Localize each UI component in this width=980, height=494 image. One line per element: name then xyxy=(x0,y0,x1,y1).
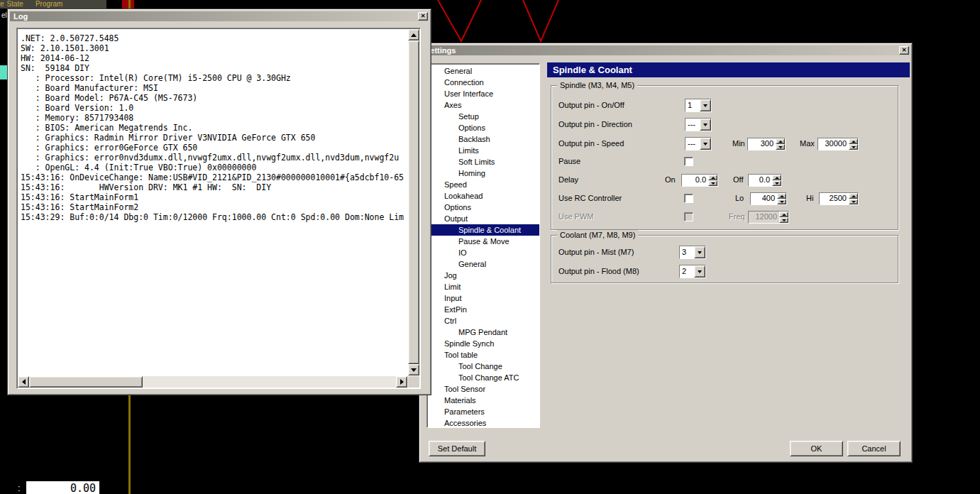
tree-item[interactable]: Tool Sensor xyxy=(427,383,539,395)
mist-combo[interactable]: 3 xyxy=(679,246,706,259)
tree-item[interactable]: IO xyxy=(427,247,539,258)
scroll-down-icon[interactable] xyxy=(408,364,419,375)
spin-down-icon[interactable] xyxy=(849,199,858,204)
spin-up-icon[interactable] xyxy=(776,138,785,144)
hi-label: Hi xyxy=(806,192,813,205)
log-line: : Graphics: error0GeForce GTX 650 xyxy=(21,143,407,153)
menu-item[interactable]: e xyxy=(0,0,4,9)
tree-item[interactable]: User Interface xyxy=(427,88,539,99)
spindle-group: Spindle (M3, M4, M5) Output pin - On/Off… xyxy=(551,85,898,230)
spin-up-icon[interactable] xyxy=(849,193,858,199)
spin-up-icon[interactable] xyxy=(777,193,786,199)
menu-item[interactable]: Program xyxy=(35,0,62,9)
spin-down-icon xyxy=(779,217,788,223)
tree-item[interactable]: Axes xyxy=(427,99,539,111)
flood-label: Output pin - Flood (M8) xyxy=(558,265,639,278)
delay-on-spinner[interactable]: 0.0 xyxy=(681,174,718,187)
direction-combo[interactable]: --- xyxy=(685,118,712,131)
tree-item[interactable]: Pause & Move xyxy=(427,236,539,247)
dro-display: 0.00 xyxy=(26,481,99,494)
min-spinner[interactable]: 300 xyxy=(747,138,786,150)
ok-button[interactable]: OK xyxy=(790,441,843,456)
max-spinner[interactable]: 30000 xyxy=(817,138,859,150)
tree-item[interactable]: Tool Change ATC xyxy=(427,372,539,383)
tree-item[interactable]: Ctrl xyxy=(427,315,539,326)
lo-value: 400 xyxy=(751,193,777,204)
tree-item[interactable]: Accessories xyxy=(427,417,539,428)
tree-item[interactable]: Connection xyxy=(427,77,539,88)
vertical-scroll-thumb[interactable] xyxy=(408,40,419,364)
freq-label: Freq xyxy=(729,210,745,224)
toolpath-lines xyxy=(419,0,568,43)
cancel-button[interactable]: Cancel xyxy=(847,441,901,456)
onoff-combo[interactable]: 1 xyxy=(685,99,712,112)
tree-item[interactable]: Options xyxy=(427,202,539,213)
tree-item[interactable]: Setup xyxy=(427,111,539,122)
tree-item[interactable]: Lookahead xyxy=(427,190,539,202)
tree-item[interactable]: General xyxy=(427,258,539,270)
flood-combo[interactable]: 2 xyxy=(679,265,706,278)
tree-item[interactable]: Parameters xyxy=(427,406,539,417)
chevron-down-icon[interactable] xyxy=(700,138,711,150)
horizontal-scroll-thumb[interactable] xyxy=(29,376,143,388)
settings-nav-tree: GeneralConnectionUser InterfaceAxesSetup… xyxy=(426,63,540,428)
onoff-combo-value: 1 xyxy=(686,99,700,111)
spin-down-icon[interactable] xyxy=(708,180,717,186)
spin-up-icon[interactable] xyxy=(849,138,858,144)
rc-checkbox[interactable] xyxy=(684,194,693,203)
tree-item[interactable]: Spindle Synch xyxy=(427,338,539,349)
tree-item[interactable]: Output xyxy=(427,213,539,224)
lo-spinner[interactable]: 400 xyxy=(750,192,787,205)
max-label: Max xyxy=(800,137,815,150)
chevron-down-icon[interactable] xyxy=(694,265,705,278)
tree-item[interactable]: Materials xyxy=(427,395,539,406)
speed-combo[interactable]: --- xyxy=(685,137,712,150)
menu-item[interactable]: State xyxy=(7,0,23,9)
spin-down-icon[interactable] xyxy=(776,144,785,150)
tree-item[interactable]: ExtPin xyxy=(427,304,539,315)
close-icon[interactable]: ✕ xyxy=(899,46,909,55)
spin-down-icon[interactable] xyxy=(849,144,858,150)
pause-label: Pause xyxy=(558,155,580,168)
tree-item[interactable]: Spindle & Coolant xyxy=(427,224,539,236)
settings-titlebar[interactable]: Settings ✕ xyxy=(422,45,910,55)
tree-item[interactable]: Jog xyxy=(427,270,539,281)
tree-item[interactable]: Limit xyxy=(427,281,539,292)
tree-item[interactable]: Speed xyxy=(427,179,539,190)
tree-item[interactable]: MPG Pendant xyxy=(427,326,539,338)
tree-item[interactable]: Homing xyxy=(427,168,539,179)
spin-down-icon[interactable] xyxy=(777,199,786,204)
chevron-down-icon[interactable] xyxy=(694,246,705,258)
tree-item[interactable]: Input xyxy=(427,292,539,304)
scroll-up-icon[interactable] xyxy=(408,29,419,40)
tree-item[interactable]: Backlash xyxy=(427,133,539,145)
horizontal-scrollbar[interactable] xyxy=(18,376,407,388)
tree-item[interactable]: Tool table xyxy=(427,349,539,361)
delay-off-spinner[interactable]: 0.0 xyxy=(748,174,782,187)
hi-spinner[interactable]: 2500 xyxy=(819,192,859,205)
pause-checkbox[interactable] xyxy=(684,157,693,166)
log-line: 15:43:16: OnDeviceChange: Name:USB#VID_2… xyxy=(21,172,407,182)
tree-item[interactable]: Soft Limits xyxy=(427,156,539,168)
chevron-down-icon[interactable] xyxy=(700,99,711,111)
tree-item[interactable]: General xyxy=(427,65,539,77)
log-line: : Board Manufacturer: MSI xyxy=(21,83,407,93)
set-default-button[interactable]: Set Default xyxy=(429,441,485,456)
log-titlebar[interactable]: Log ✕ xyxy=(10,11,429,21)
coolant-group: Coolant (M7, M8, M9) Output pin - Mist (… xyxy=(551,235,898,283)
spin-down-icon[interactable] xyxy=(772,180,781,186)
settings-window: Settings ✕ GeneralConnectionUser Interfa… xyxy=(419,43,913,463)
tree-item[interactable]: Options xyxy=(427,122,539,133)
spin-up-icon[interactable] xyxy=(708,175,717,180)
spin-up-icon[interactable] xyxy=(772,175,781,180)
tree-item[interactable]: Limits xyxy=(427,145,539,156)
log-line: 15:43:16: StartMainForm1 xyxy=(21,192,407,202)
coolant-group-title: Coolant (M7, M8, M9) xyxy=(557,230,638,240)
scroll-left-icon[interactable] xyxy=(18,376,29,388)
close-icon[interactable]: ✕ xyxy=(418,12,428,21)
log-window: Log ✕ .NET: 2.0.50727.5485SW: 2.10.1501.… xyxy=(7,9,431,395)
tree-item[interactable]: Tool Change xyxy=(427,361,539,372)
vertical-scrollbar[interactable] xyxy=(408,29,419,375)
chevron-down-icon[interactable] xyxy=(700,119,711,131)
scroll-right-icon[interactable] xyxy=(396,376,407,388)
